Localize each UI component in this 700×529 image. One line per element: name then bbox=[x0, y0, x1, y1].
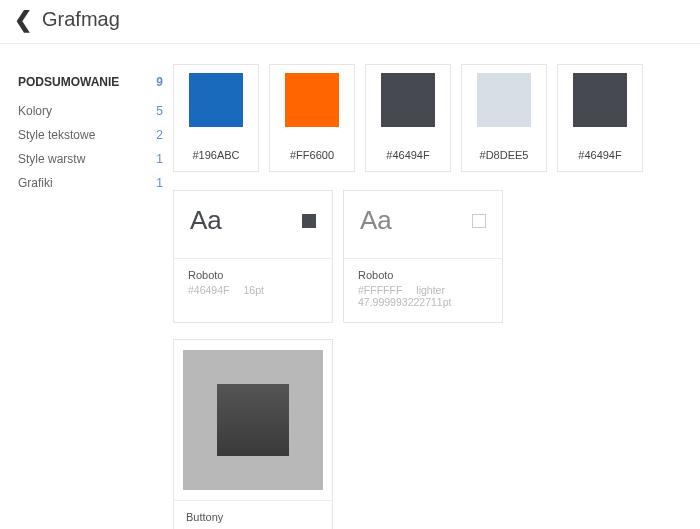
sidebar-item-count: 5 bbox=[156, 104, 163, 118]
color-swatch bbox=[573, 73, 627, 127]
font-name: Roboto bbox=[188, 269, 318, 281]
color-label: #196ABC bbox=[174, 149, 258, 161]
sidebar-item-count: 1 bbox=[156, 176, 163, 190]
text-styles-row: Aa Roboto #46494F 16pt Aa Roboto bbox=[173, 190, 690, 323]
back-icon[interactable]: ❮ bbox=[14, 9, 32, 31]
color-label: #D8DEE5 bbox=[462, 149, 546, 161]
color-swatch bbox=[285, 73, 339, 127]
text-card-preview: Aa bbox=[344, 191, 502, 259]
colors-row: #196ABC #FF6600 #46494F #D8DEE5 #46494F bbox=[173, 64, 690, 172]
color-card[interactable]: #FF6600 bbox=[269, 64, 355, 172]
color-label: #46494F bbox=[366, 149, 450, 161]
color-label: #FF6600 bbox=[270, 149, 354, 161]
text-card-preview: Aa bbox=[174, 191, 332, 259]
color-label: #46494F bbox=[558, 149, 642, 161]
layer-style-name: Buttony bbox=[174, 500, 332, 529]
text-card-meta: Roboto #46494F 16pt bbox=[174, 259, 332, 310]
main: #196ABC #FF6600 #46494F #D8DEE5 #46494F bbox=[173, 64, 700, 529]
text-style-card[interactable]: Aa Roboto #FFFFFF lighter 47.99999322271… bbox=[343, 190, 503, 323]
layer-preview bbox=[183, 350, 323, 490]
text-color-swatch bbox=[302, 214, 316, 228]
sidebar-item-count: 1 bbox=[156, 152, 163, 166]
sidebar-summary-count: 9 bbox=[156, 75, 163, 89]
font-size: 47.999993222711pt bbox=[358, 296, 451, 308]
sidebar-item-count: 2 bbox=[156, 128, 163, 142]
font-size: 16pt bbox=[243, 284, 263, 296]
sidebar-item-label: Style warstw bbox=[18, 152, 85, 166]
layer-style-card[interactable]: Buttony bbox=[173, 339, 333, 529]
sidebar-summary-label: PODSUMOWANIE bbox=[18, 75, 119, 89]
color-card[interactable]: #D8DEE5 bbox=[461, 64, 547, 172]
sidebar-item-label: Style tekstowe bbox=[18, 128, 95, 142]
text-style-card[interactable]: Aa Roboto #46494F 16pt bbox=[173, 190, 333, 323]
sidebar-item-layerstyles[interactable]: Style warstw 1 bbox=[18, 147, 173, 171]
sidebar-item-label: Grafiki bbox=[18, 176, 53, 190]
content: PODSUMOWANIE 9 Kolory 5 Style tekstowe 2… bbox=[0, 44, 700, 529]
text-color-swatch bbox=[472, 214, 486, 228]
header: ❮ Grafmag bbox=[0, 0, 700, 44]
color-card[interactable]: #196ABC bbox=[173, 64, 259, 172]
font-color: #46494F bbox=[188, 284, 229, 296]
page-title: Grafmag bbox=[42, 8, 120, 31]
sidebar-item-graphics[interactable]: Grafiki 1 bbox=[18, 171, 173, 195]
text-card-meta: Roboto #FFFFFF lighter 47.999993222711pt bbox=[344, 259, 502, 322]
sidebar-item-label: Kolory bbox=[18, 104, 52, 118]
color-swatch bbox=[477, 73, 531, 127]
font-name: Roboto bbox=[358, 269, 488, 281]
font-color: #FFFFFF bbox=[358, 284, 402, 296]
layer-styles-row: Buttony bbox=[173, 339, 690, 529]
sidebar-item-textstyles[interactable]: Style tekstowe 2 bbox=[18, 123, 173, 147]
sidebar-summary[interactable]: PODSUMOWANIE 9 bbox=[18, 70, 173, 99]
sidebar: PODSUMOWANIE 9 Kolory 5 Style tekstowe 2… bbox=[18, 64, 173, 529]
font-weight: lighter bbox=[416, 284, 445, 296]
layer-inner-box bbox=[217, 384, 289, 456]
color-card[interactable]: #46494F bbox=[365, 64, 451, 172]
text-sample: Aa bbox=[360, 205, 392, 236]
color-card[interactable]: #46494F bbox=[557, 64, 643, 172]
text-sample: Aa bbox=[190, 205, 222, 236]
color-swatch bbox=[381, 73, 435, 127]
color-swatch bbox=[189, 73, 243, 127]
sidebar-item-colors[interactable]: Kolory 5 bbox=[18, 99, 173, 123]
